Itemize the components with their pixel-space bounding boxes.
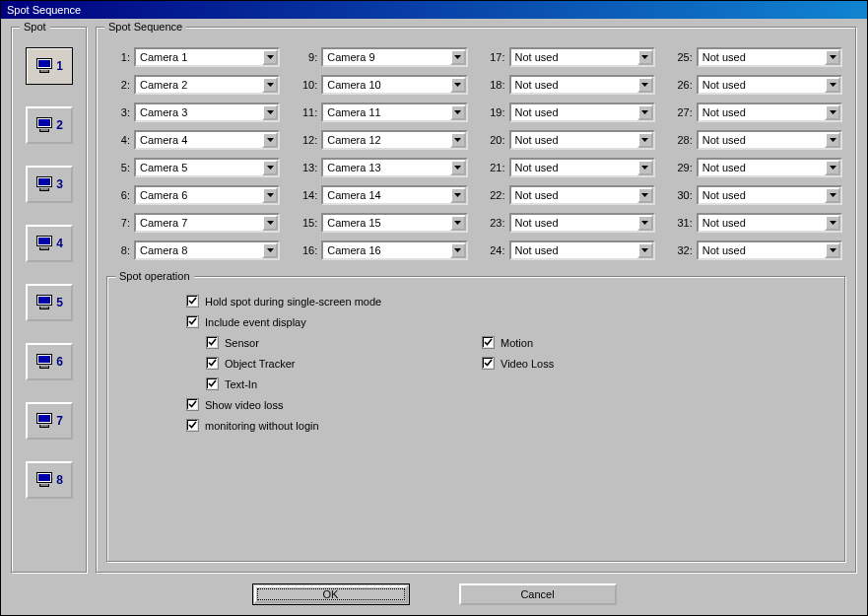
sequence-slot-8: 8:Camera 8 <box>110 240 280 260</box>
monitor-icon <box>35 413 53 429</box>
operation-group-legend: Spot operation <box>115 270 194 282</box>
monitor-icon <box>35 295 53 310</box>
sequence-slot-2: 2:Camera 2 <box>110 75 280 95</box>
sequence-slot-4: 4:Camera 4 <box>110 130 280 150</box>
object-tracker-checkbox[interactable]: Object Tracker <box>206 357 482 370</box>
chevron-down-icon <box>450 215 466 231</box>
sequence-slot-30: 30:Not used <box>673 185 842 205</box>
combo-value: Camera 10 <box>323 77 449 93</box>
sequence-slot-10: 10:Camera 10 <box>298 75 467 95</box>
chevron-down-icon <box>262 242 278 258</box>
sequence-slot-label: 7: <box>110 217 130 229</box>
sequence-slot-7-combo[interactable]: Camera 7 <box>134 213 280 233</box>
monitoring-without-login-checkbox[interactable]: monitoring without login <box>186 419 832 432</box>
combo-value: Camera 1 <box>136 49 262 65</box>
sensor-checkbox[interactable]: Sensor <box>206 336 482 349</box>
sequence-slot-26-combo[interactable]: Not used <box>697 75 842 95</box>
sequence-slot-label: 16: <box>298 244 317 256</box>
sequence-slot-24-combo[interactable]: Not used <box>509 240 655 260</box>
spot-button-6[interactable]: 6 <box>26 343 73 380</box>
sequence-slot-5-combo[interactable]: Camera 5 <box>134 158 280 177</box>
text-in-checkbox[interactable]: Text-In <box>206 377 482 390</box>
sequence-slot-8-combo[interactable]: Camera 8 <box>134 240 280 260</box>
chevron-down-icon <box>637 160 653 175</box>
sequence-slot-6-combo[interactable]: Camera 6 <box>134 185 280 205</box>
combo-value: Not used <box>699 104 825 120</box>
combo-value: Not used <box>511 242 637 258</box>
sequence-slot-2-combo[interactable]: Camera 2 <box>134 75 280 95</box>
spot-button-2[interactable]: 2 <box>26 106 73 144</box>
sequence-slot-1: 1:Camera 1 <box>110 47 280 67</box>
chevron-down-icon <box>825 187 840 203</box>
chevron-down-icon <box>450 132 466 148</box>
sequence-slot-13-combo[interactable]: Camera 13 <box>321 158 467 177</box>
sequence-slot-label: 3: <box>110 106 130 118</box>
sequence-slot-17-combo[interactable]: Not used <box>509 47 655 67</box>
spot-button-7[interactable]: 7 <box>26 402 73 440</box>
sequence-slot-27-combo[interactable]: Not used <box>697 103 842 122</box>
sequence-slot-29-combo[interactable]: Not used <box>697 158 842 177</box>
show-video-loss-checkbox[interactable]: Show video loss <box>186 398 832 411</box>
sequence-slot-3-combo[interactable]: Camera 3 <box>134 103 280 122</box>
combo-value: Not used <box>511 77 637 93</box>
sequence-slot-21-combo[interactable]: Not used <box>509 158 655 177</box>
spot-button-3[interactable]: 3 <box>26 166 73 203</box>
spot-button-1[interactable]: 1 <box>26 47 73 85</box>
combo-value: Not used <box>699 187 825 203</box>
chevron-down-icon <box>637 77 653 93</box>
sequence-slot-29: 29:Not used <box>673 158 842 177</box>
sequence-slot-30-combo[interactable]: Not used <box>697 185 842 205</box>
sequence-slot-11-combo[interactable]: Camera 11 <box>321 103 467 122</box>
sequence-slot-20-combo[interactable]: Not used <box>509 130 655 150</box>
sequence-slot-label: 22: <box>486 189 505 201</box>
sequence-slot-label: 28: <box>673 134 693 146</box>
sequence-slot-18-combo[interactable]: Not used <box>509 75 655 95</box>
sequence-slot-12-combo[interactable]: Camera 12 <box>321 130 467 150</box>
sequence-slot-32-combo[interactable]: Not used <box>697 240 842 260</box>
sequence-slot-22-combo[interactable]: Not used <box>509 185 655 205</box>
sequence-slot-4-combo[interactable]: Camera 4 <box>134 130 280 150</box>
sequence-slot-label: 6: <box>110 189 130 201</box>
combo-value: Not used <box>699 215 825 231</box>
spot-group: Spot 12345678 <box>11 27 88 574</box>
ok-button[interactable]: OK <box>252 583 410 605</box>
sequence-slot-label: 23: <box>486 217 505 229</box>
hold-spot-checkbox[interactable]: Hold spot during single-screen mode <box>186 295 832 308</box>
chevron-down-icon <box>825 104 840 120</box>
sequence-slot-26: 26:Not used <box>673 75 842 95</box>
sequence-slot-15-combo[interactable]: Camera 15 <box>321 213 467 233</box>
sequence-grid: 1:Camera 19:Camera 917:Not used25:Not us… <box>106 41 846 272</box>
video-loss-event-checkbox[interactable]: Video Loss <box>482 357 832 370</box>
sequence-slot-14: 14:Camera 14 <box>298 185 467 205</box>
spot-button-number: 4 <box>56 237 63 250</box>
sequence-slot-16-combo[interactable]: Camera 16 <box>321 240 467 260</box>
sequence-slot-10-combo[interactable]: Camera 10 <box>321 75 467 95</box>
spot-button-8[interactable]: 8 <box>26 461 73 499</box>
combo-value: Not used <box>511 187 637 203</box>
sequence-slot-25-combo[interactable]: Not used <box>697 47 842 67</box>
checkbox-icon <box>206 377 219 390</box>
sequence-slot-31-combo[interactable]: Not used <box>697 213 842 233</box>
sequence-slot-23-combo[interactable]: Not used <box>509 213 655 233</box>
include-event-checkbox[interactable]: Include event display <box>186 315 832 328</box>
spot-button-5[interactable]: 5 <box>26 284 73 321</box>
sequence-slot-label: 12: <box>298 134 317 146</box>
motion-checkbox[interactable]: Motion <box>482 336 832 349</box>
sequence-slot-14-combo[interactable]: Camera 14 <box>321 185 467 205</box>
sequence-slot-31: 31:Not used <box>673 213 842 233</box>
combo-value: Camera 3 <box>136 104 262 120</box>
combo-value: Not used <box>699 132 825 148</box>
sequence-slot-label: 27: <box>673 106 693 118</box>
sequence-slot-24: 24:Not used <box>486 240 655 260</box>
sequence-slot-1-combo[interactable]: Camera 1 <box>134 47 280 67</box>
sequence-slot-9-combo[interactable]: Camera 9 <box>321 47 467 67</box>
sequence-slot-28-combo[interactable]: Not used <box>697 130 842 150</box>
sequence-slot-19-combo[interactable]: Not used <box>509 103 655 122</box>
sequence-slot-label: 25: <box>673 51 693 63</box>
spot-button-4[interactable]: 4 <box>26 225 73 262</box>
cancel-button[interactable]: Cancel <box>459 583 617 605</box>
ok-button-label: OK <box>323 588 339 600</box>
cancel-button-label: Cancel <box>520 588 554 600</box>
chevron-down-icon <box>825 242 840 258</box>
sequence-slot-label: 20: <box>486 134 505 146</box>
